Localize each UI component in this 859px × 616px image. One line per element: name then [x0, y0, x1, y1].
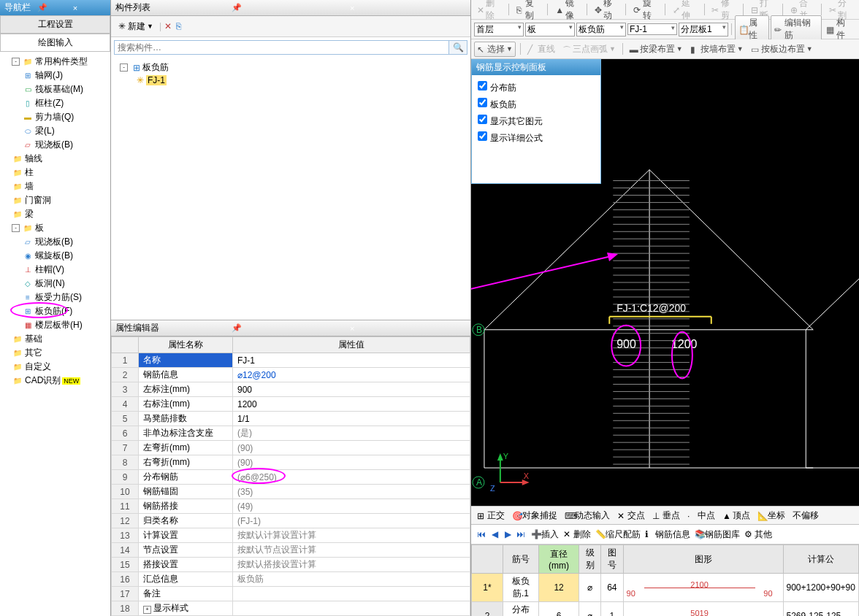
rebar-display-panel[interactable]: 钢筋显示控制面板 分布筋板负筋显示其它图元显示详细公式 [471, 59, 601, 184]
close-icon[interactable]: ✕ [164, 21, 172, 31]
property-row[interactable]: 5马凳筋排数1/1 [112, 412, 470, 426]
checkbox[interactable] [478, 131, 487, 141]
status-item[interactable]: ·中点 [684, 509, 718, 523]
checkbox[interactable] [478, 98, 487, 107]
tree-item[interactable]: 📁其它 [1, 346, 109, 360]
property-row[interactable]: 3左标注(mm)900 [112, 382, 470, 397]
property-row[interactable]: 13计算设置按默认计算设置计算 [112, 528, 470, 543]
checkbox[interactable] [478, 115, 487, 124]
component-tree[interactable]: -⊞板负筋✳FJ-1 [111, 58, 470, 320]
close-icon[interactable]: × [350, 324, 464, 333]
tree-item[interactable]: ▱现浇板(B) [1, 138, 109, 152]
copy-icon[interactable]: ⎘ [176, 21, 181, 31]
table-row[interactable]: 1*板负筋.112⌀6490210090900+1200+90+90 [472, 574, 859, 602]
line-button[interactable]: ╱直线 [525, 42, 557, 56]
property-row[interactable]: 15搭接设置按默认搭接设置计算 [112, 558, 470, 572]
search-button[interactable]: 🔍 [449, 40, 467, 55]
close-icon[interactable]: × [73, 4, 104, 12]
tree-item[interactable]: 📁门窗洞 [1, 193, 109, 207]
tree-item[interactable]: ⬭梁(L) [1, 124, 109, 138]
first-icon[interactable]: ⏮ [476, 528, 487, 540]
type-select[interactable]: 板 [525, 23, 575, 36]
nav-tree[interactable]: -📁常用构件类型⊞轴网(J)▭筏板基础(M)▯框柱(Z)▬剪力墙(Q)⬭梁(L)… [0, 52, 110, 616]
checkbox-item[interactable]: 板负筋 [475, 95, 598, 112]
tree-item[interactable]: 📁基础 [1, 332, 109, 346]
tree-item[interactable]: ◉螺旋板(B) [1, 249, 109, 263]
drawing-canvas[interactable]: 钢筋显示控制面板 分布筋板负筋显示其它图元显示详细公式 [471, 59, 859, 506]
next-icon[interactable]: ▶ [502, 528, 514, 540]
bottom-toolbar-button[interactable]: ➕插入 [531, 528, 559, 541]
property-row[interactable]: 4右标注(mm)1200 [112, 397, 470, 412]
tree-item[interactable]: ▬剪力墙(Q) [1, 110, 109, 124]
tree-item[interactable]: ⊞板负筋(F) [1, 304, 109, 318]
pin-icon[interactable]: 📌 [232, 3, 345, 12]
arc-button[interactable]: ⌒三点画弧▼ [560, 42, 618, 56]
property-row[interactable]: 1名称FJ-1 [112, 353, 470, 368]
status-item[interactable]: 📐坐标 [755, 509, 788, 523]
by-beam-button[interactable]: ▬按梁布置▼ [627, 42, 685, 56]
tree-item[interactable]: 📁柱 [1, 166, 109, 180]
tree-item[interactable]: ◇板洞(N) [1, 277, 109, 290]
tree-item[interactable]: -📁板 [1, 221, 109, 235]
property-row[interactable]: 8右弯折(mm)(90) [112, 455, 470, 470]
tree-item[interactable]: ▯框柱(Z) [1, 96, 109, 110]
component-tree-item[interactable]: ✳FJ-1 [117, 74, 465, 86]
select-button[interactable]: ↖选择▼ [474, 42, 516, 57]
prev-icon[interactable]: ◀ [489, 528, 500, 540]
status-item[interactable]: 🎯对象捕捉 [509, 509, 560, 523]
checkbox-item[interactable]: 显示详细公式 [475, 128, 598, 145]
tree-item[interactable]: 📁墙 [1, 180, 109, 193]
status-item[interactable]: ✕交点 [614, 509, 648, 523]
tree-item[interactable]: -📁常用构件类型 [1, 55, 109, 69]
tree-item[interactable]: 📁轴线 [1, 152, 109, 166]
subtype-select[interactable]: 板负筋 [576, 23, 626, 36]
status-item[interactable]: ⊥垂点 [649, 509, 683, 523]
property-row[interactable]: 12归类名称(FJ-1) [112, 514, 470, 528]
layer-select[interactable]: 分层板1 [679, 23, 728, 36]
pin-icon[interactable]: 📌 [37, 3, 68, 12]
property-table[interactable]: 属性名称 属性值 1名称FJ-12钢筋信息⌀12@2003左标注(mm)9004… [111, 336, 470, 616]
new-button[interactable]: ✳ 新建 ▼ [115, 19, 156, 34]
bottom-toolbar-button[interactable]: ℹ钢筋信息 [645, 528, 690, 541]
checkbox-item[interactable]: 分布筋 [475, 78, 598, 95]
bottom-toolbar-button[interactable]: 📏缩尺配筋 [595, 528, 641, 541]
status-item[interactable]: ⌨动态输入 [562, 509, 613, 523]
tree-item[interactable]: 📁CAD识别NEW [1, 374, 109, 388]
close-icon[interactable]: × [350, 4, 464, 12]
status-item[interactable]: 不偏移 [790, 509, 822, 523]
bottom-toolbar-button[interactable]: ⚙其他 [744, 528, 772, 541]
property-row[interactable]: 16汇总信息板负筋 [112, 572, 470, 587]
tree-item[interactable]: 📁自定义 [1, 360, 109, 374]
tree-item[interactable]: ▱现浇板(B) [1, 235, 109, 249]
bottom-toolbar-button[interactable]: 📚钢筋图库 [695, 528, 740, 541]
tree-item[interactable]: ≡板受力筋(S) [1, 290, 109, 304]
search-input[interactable] [114, 40, 449, 55]
record-nav[interactable]: ⏮ ◀ ▶ ⏭ [476, 528, 527, 540]
checkbox-item[interactable]: 显示其它图元 [475, 112, 598, 128]
property-row[interactable]: 9分布钢筋(⌀6@250) [112, 470, 470, 485]
bottom-toolbar-button[interactable]: ✕删除 [563, 528, 591, 541]
by-slab-edge-button[interactable]: ▭按板边布置▼ [749, 42, 815, 56]
tree-item[interactable]: ⊞轴网(J) [1, 69, 109, 82]
table-row[interactable]: 2分布筋.16⌀150195269-125-125 [472, 602, 859, 617]
checkbox[interactable] [478, 81, 487, 91]
item-select[interactable]: FJ-1 [627, 23, 677, 35]
tree-item[interactable]: 📁梁 [1, 207, 109, 221]
property-row[interactable]: 14节点设置按默认节点设置计算 [112, 543, 470, 558]
pin-icon[interactable]: 📌 [232, 323, 345, 333]
floor-select[interactable]: 首层 [474, 23, 524, 36]
by-wall-button[interactable]: ▮按墙布置▼ [688, 42, 746, 56]
component-button[interactable]: ▦构件 [823, 16, 856, 42]
property-row[interactable]: 2钢筋信息⌀12@200 [112, 368, 470, 382]
status-item[interactable]: ⊞正交 [474, 509, 508, 523]
property-row[interactable]: 18+ 显示样式 [112, 601, 470, 616]
component-tree-item[interactable]: -⊞板负筋 [117, 61, 465, 74]
tab-draw-input[interactable]: 绘图输入 [0, 34, 110, 52]
property-row[interactable]: 11钢筋搭接(49) [112, 499, 470, 514]
tree-item[interactable]: ▭筏板基础(M) [1, 82, 109, 96]
property-row[interactable]: 10钢筋锚固(35) [112, 485, 470, 499]
tree-item[interactable]: ⊥柱帽(V) [1, 263, 109, 277]
status-item[interactable]: ▲顶点 [719, 509, 753, 523]
property-row[interactable]: 7左弯折(mm)(90) [112, 441, 470, 455]
property-row[interactable]: 6非单边标注含支座(是) [112, 426, 470, 441]
